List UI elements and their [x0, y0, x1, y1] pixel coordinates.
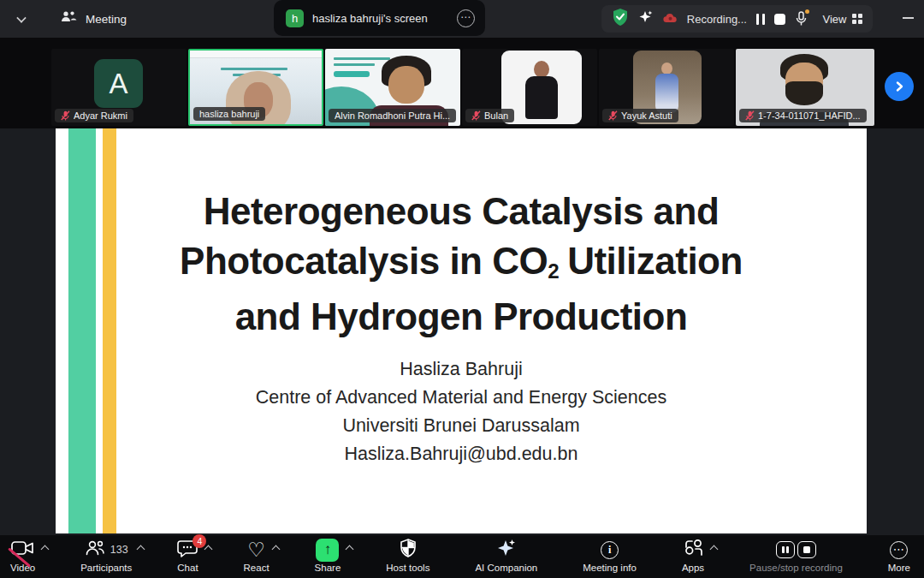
slide-author-block: Hasliza Bahruji Centre of Advanced Mater…	[56, 355, 867, 468]
slide-university: Universiti Brunei Darussalam	[56, 412, 867, 440]
stop-recording-icon[interactable]	[774, 14, 785, 25]
ai-sparkle-icon[interactable]	[638, 9, 654, 28]
slide-title-line3: and Hydrogen Production	[56, 292, 867, 342]
share-button[interactable]: ↑ Share	[315, 539, 341, 573]
participant-tile-bulan[interactable]: Bulan	[462, 49, 597, 126]
video-options-chevron[interactable]	[41, 545, 50, 554]
slide-author: Hasliza Bahruji	[56, 355, 867, 384]
slide-title-line2: Photocatalysis in CO2Utilization	[56, 236, 867, 292]
apps-options-chevron[interactable]	[709, 545, 718, 554]
view-grid-icon	[852, 14, 862, 24]
participant-name: 1-7-34-011071_HAFID...	[758, 110, 861, 121]
ai-companion-button[interactable]: AI Companion	[475, 539, 537, 573]
view-label: View	[822, 13, 846, 26]
apps-icon	[684, 539, 703, 561]
participant-name: Yayuk Astuti	[621, 110, 672, 121]
shared-screen-area: Heterogeneous Catalysis and Photocatalys…	[0, 128, 924, 535]
participant-name: Bulan	[484, 110, 508, 121]
more-button[interactable]: ⋯ More	[888, 539, 910, 573]
participant-tile-hafid[interactable]: 1-7-34-011071_HAFID...	[736, 49, 874, 126]
zoom-meeting-window: Meeting h hasliza bahruji's screen ⋯ Rec…	[0, 0, 924, 578]
screen-share-tab-label: hasliza bahruji's screen	[312, 12, 457, 25]
meeting-tab[interactable]: Meeting	[60, 0, 127, 38]
recording-cloud-icon	[663, 11, 678, 27]
participant-tile-adyar[interactable]: A Adyar Rukmi	[51, 49, 187, 126]
muted-mic-icon	[471, 110, 481, 121]
screen-share-tab[interactable]: h hasliza bahruji's screen ⋯	[274, 0, 485, 36]
participant-tile-hasliza[interactable]: hasliza bahruji	[188, 49, 323, 126]
chevron-right-icon	[893, 80, 905, 92]
title-bar: Meeting h hasliza bahruji's screen ⋯ Rec…	[0, 0, 924, 38]
participants-button[interactable]: 133 Participants	[80, 539, 132, 573]
sharer-avatar: h	[286, 9, 304, 27]
pause-stop-recording-button[interactable]: Pause/stop recording	[749, 539, 843, 573]
participants-icon	[85, 539, 105, 560]
muted-mic-icon	[61, 110, 70, 121]
muted-mic-icon	[608, 110, 618, 121]
participant-count: 133	[110, 544, 128, 556]
slide-accent-stripe-teal	[68, 128, 96, 533]
participants-options-chevron[interactable]	[136, 545, 145, 554]
slide-title-line1: Heterogeneous Catalysis and	[56, 187, 867, 236]
share-options-chevron[interactable]	[346, 545, 354, 554]
participant-name: hasliza bahruji	[199, 109, 259, 119]
view-button[interactable]: View	[822, 13, 862, 26]
stop-recording-icon[interactable]	[797, 541, 816, 558]
slide-email: Hasliza.Bahruji@ubd.edu.bn	[56, 440, 867, 468]
ai-companion-sparkle-icon	[496, 538, 517, 562]
slide-accent-stripe-yellow	[103, 128, 116, 533]
react-button[interactable]: ♡ React	[244, 539, 270, 573]
participants-group-icon	[60, 10, 78, 27]
meeting-toolbar: Video 133 Participants 4 Chat	[0, 535, 924, 578]
video-button[interactable]: Video	[10, 539, 35, 573]
info-icon: i	[601, 541, 619, 559]
next-participants-button[interactable]	[885, 72, 914, 101]
tab-options-ellipsis-icon[interactable]: ⋯	[457, 9, 475, 27]
host-tools-button[interactable]: Host tools	[386, 539, 429, 573]
react-options-chevron[interactable]	[271, 545, 280, 554]
participant-name: Alvin Romadhoni Putra Hi...	[335, 110, 450, 121]
participant-name: Adyar Rukmi	[74, 110, 127, 121]
mic-activity-dot	[805, 9, 809, 14]
participant-video-strip: A Adyar Rukmi hasliza bahruji Alv	[0, 38, 924, 128]
collapse-chevron-icon[interactable]	[17, 14, 26, 22]
share-screen-icon: ↑	[316, 539, 339, 562]
pause-recording-icon[interactable]	[776, 541, 795, 558]
heart-icon: ♡	[247, 541, 265, 558]
security-shield-icon[interactable]	[612, 8, 629, 30]
chat-button[interactable]: 4 Chat	[177, 539, 198, 573]
avatar-initial: A	[94, 59, 143, 108]
host-tools-shield-icon	[400, 539, 417, 561]
camera-icon	[11, 539, 34, 560]
slide-affiliation: Centre of Advanced Material and Energy S…	[56, 384, 867, 412]
meeting-info-button[interactable]: i Meeting info	[583, 539, 637, 573]
minimize-button[interactable]	[903, 17, 914, 19]
microphone-icon[interactable]	[795, 11, 808, 27]
slide-title: Heterogeneous Catalysis and Photocatalys…	[56, 187, 867, 342]
meeting-tab-label: Meeting	[86, 13, 127, 26]
participant-tile-yayuk[interactable]: Yayuk Astuti	[599, 49, 734, 126]
participant-tile-alvin[interactable]: Alvin Romadhoni Putra Hi...	[325, 49, 460, 126]
muted-mic-icon	[745, 110, 755, 121]
chat-bubble-icon: 4	[177, 539, 198, 561]
status-cluster: Recording... View	[601, 5, 873, 33]
recording-status-label: Recording...	[687, 13, 747, 26]
more-ellipsis-icon: ⋯	[890, 541, 908, 559]
chat-unread-badge: 4	[192, 534, 206, 548]
pause-recording-icon[interactable]	[756, 14, 766, 25]
presentation-slide: Heterogeneous Catalysis and Photocatalys…	[56, 128, 867, 533]
chat-options-chevron[interactable]	[204, 545, 213, 554]
apps-button[interactable]: Apps	[682, 539, 704, 573]
